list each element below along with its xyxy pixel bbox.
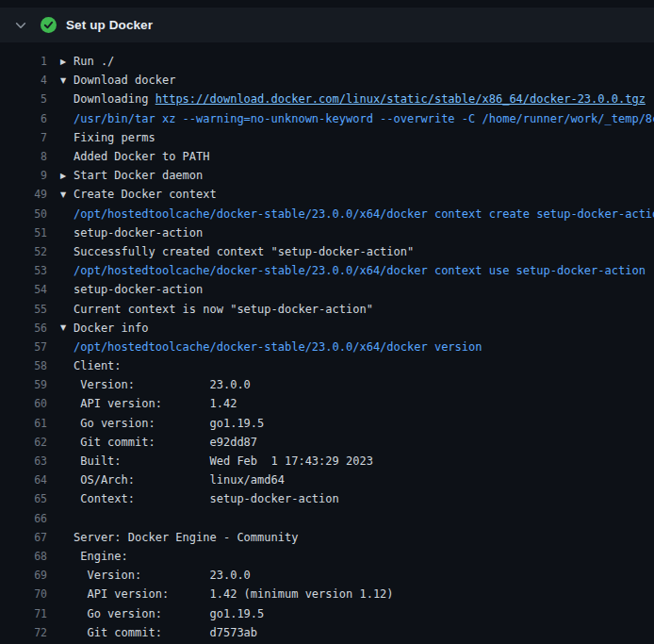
log-line: 50/opt/hostedtoolcache/docker-stable/23.… [0,205,654,223]
log-line: 63 Built: Wed Feb 1 17:43:29 2023 [0,452,654,471]
triangle-down-icon[interactable]: ▼ [60,323,74,332]
line-content: ▼Create Docker context [47,188,654,201]
line-content: ▼Docker info [47,322,654,335]
check-circle-icon [41,17,57,33]
line-number[interactable]: 58 [0,359,47,372]
triangle-right-icon[interactable]: ▶ [60,58,74,66]
log-line: 60 API version: 1.42 [0,394,654,413]
log-text: Git commit: d7573ab [74,626,257,639]
log-command: /opt/hostedtoolcache/docker-stable/23.0.… [74,264,646,277]
log-line: 52Successfully created context "setup-do… [0,242,654,261]
line-content: Go version: go1.19.5 [47,417,654,430]
step-header[interactable]: Set up Docker [0,8,654,42]
triangle-down-icon[interactable]: ▼ [60,76,74,85]
log-line: 54setup-docker-action [0,280,654,299]
line-number[interactable]: 52 [0,245,47,258]
log-line: 5Downloading https://download.docker.com… [0,90,654,108]
log-text: Fixing perms [74,131,155,144]
log-line: 68 Engine: [0,547,654,566]
line-number[interactable]: 62 [0,436,47,449]
log-command: /opt/hostedtoolcache/docker-stable/23.0.… [74,340,482,354]
log-text: Successfully created context "setup-dock… [74,245,414,258]
line-number[interactable]: 4 [0,74,47,87]
line-number[interactable]: 6 [0,112,47,125]
line-number[interactable]: 71 [0,607,47,620]
log-text: Run ./ [74,55,114,68]
log-line: 49▼Create Docker context [0,185,654,204]
line-number[interactable]: 8 [0,150,47,163]
log-text: Downloading [74,92,155,106]
log-text: Context: setup-docker-action [74,492,339,505]
line-number[interactable]: 72 [0,626,47,639]
line-content: Context: setup-docker-action [47,492,654,505]
line-number[interactable]: 1 [0,55,47,68]
log-line: 72 Git commit: d7573ab [0,623,654,642]
log-text: Version: 23.0.0 [74,378,251,391]
line-number[interactable]: 59 [0,378,47,391]
log-line: 57/opt/hostedtoolcache/docker-stable/23.… [0,338,654,356]
triangle-down-icon[interactable]: ▼ [60,190,74,199]
line-content: Version: 23.0.0 [47,569,654,582]
line-content: /opt/hostedtoolcache/docker-stable/23.0.… [47,207,654,221]
line-number[interactable]: 63 [0,454,47,468]
log-link[interactable]: https://download.docker.com/linux/static… [155,92,646,106]
log-text: setup-docker-action [74,283,203,296]
line-number[interactable]: 67 [0,531,47,544]
log-line: 7Fixing perms [0,128,654,147]
line-number[interactable]: 65 [0,492,47,505]
line-number[interactable]: 55 [0,303,47,316]
chevron-down-icon[interactable] [13,18,28,33]
log-line: 53/opt/hostedtoolcache/docker-stable/23.… [0,261,654,280]
log-text: Engine: [74,550,128,563]
log-line: 71 Go version: go1.19.5 [0,603,654,622]
log-line: 56▼Docker info [0,319,654,338]
triangle-right-icon[interactable]: ▶ [60,172,74,180]
line-content: Fixing perms [47,131,654,144]
line-content: Client: [47,359,654,372]
line-number[interactable]: 9 [0,169,47,182]
line-number[interactable]: 70 [0,587,47,601]
line-number[interactable]: 5 [0,92,47,106]
line-content: Go version: go1.19.5 [47,607,654,620]
line-content: API version: 1.42 [47,397,654,410]
log-line: 4▼Download docker [0,71,654,90]
line-number[interactable]: 60 [0,397,47,410]
log-text: API version: 1.42 [74,397,237,410]
line-number[interactable]: 56 [0,322,47,335]
line-number[interactable]: 51 [0,226,47,239]
line-content: setup-docker-action [47,283,654,296]
log-text: Version: 23.0.0 [74,569,251,582]
log-line: 62 Git commit: e92dd87 [0,433,654,452]
line-content: API version: 1.42 (minimum version 1.12) [47,587,654,601]
log-command: /opt/hostedtoolcache/docker-stable/23.0.… [74,207,654,221]
log-line: 59 Version: 23.0.0 [0,375,654,394]
log-line: 58Client: [0,356,654,375]
line-number[interactable]: 49 [0,188,47,201]
line-content: Git commit: e92dd87 [47,436,654,449]
log-line: 66 [0,509,654,528]
line-number[interactable]: 69 [0,569,47,582]
line-content: Built: Wed Feb 1 17:43:29 2023 [47,454,654,468]
line-content: /opt/hostedtoolcache/docker-stable/23.0.… [47,340,654,354]
log-line: 61 Go version: go1.19.5 [0,414,654,433]
line-content: Version: 23.0.0 [47,378,654,391]
log-text: Built: Wed Feb 1 17:43:29 2023 [74,454,373,468]
line-number[interactable]: 66 [0,512,47,525]
line-number[interactable]: 53 [0,264,47,277]
log-text: Docker info [74,322,148,335]
line-number[interactable]: 54 [0,283,47,296]
line-number[interactable]: 50 [0,207,47,221]
line-content: ▼Download docker [47,74,654,87]
log-text: Server: Docker Engine - Community [74,531,298,544]
line-content: Added Docker to PATH [47,150,654,163]
line-content: ▶Start Docker daemon [47,169,654,182]
line-number[interactable]: 57 [0,340,47,354]
line-number[interactable]: 61 [0,417,47,430]
line-content: Engine: [47,550,654,563]
log-line: 51setup-docker-action [0,223,654,242]
line-content: Current context is now "setup-docker-act… [47,303,654,316]
line-number[interactable]: 7 [0,131,47,144]
line-content: setup-docker-action [47,226,654,239]
line-number[interactable]: 64 [0,473,47,487]
line-number[interactable]: 68 [0,550,47,563]
